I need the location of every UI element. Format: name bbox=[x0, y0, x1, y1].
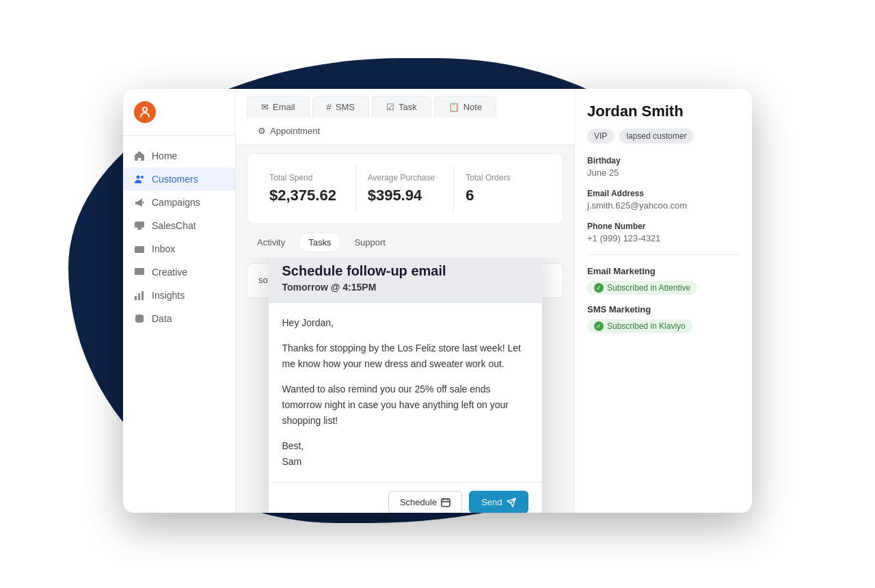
compose-closing: Best, Sam bbox=[282, 438, 528, 470]
tabs-bar: ✉ Email # SMS ☑ Task 📋 Note ⚙ bbox=[236, 89, 574, 145]
timeline-tab-support[interactable]: Support bbox=[344, 232, 396, 252]
sidebar-label-insights: Insights bbox=[152, 290, 185, 301]
sms-marketing-label: SMS Marketing bbox=[587, 304, 740, 315]
home-icon bbox=[134, 150, 145, 161]
avg-purchase-value: $395.94 bbox=[368, 187, 443, 204]
tab-email-label: Email bbox=[273, 102, 295, 112]
tab-task-label: Task bbox=[399, 102, 417, 112]
schedule-button-label: Schedule bbox=[400, 497, 437, 507]
compose-title: Schedule follow-up email bbox=[282, 263, 528, 278]
right-panel: Jordan Smith VIP lapsed customer Birthda… bbox=[574, 89, 752, 513]
svg-point-2 bbox=[141, 176, 144, 178]
svg-rect-10 bbox=[442, 499, 450, 507]
customer-tags-row: VIP lapsed customer bbox=[587, 129, 740, 144]
sidebar-item-inbox[interactable]: Inbox bbox=[123, 237, 235, 260]
tasks-tab-label: Tasks bbox=[308, 237, 331, 248]
sidebar-label-customers: Customers bbox=[152, 174, 198, 185]
tab-note-label: Note bbox=[463, 102, 482, 112]
sidebar-label-saleschat: SalesChat bbox=[152, 220, 196, 231]
birthday-label: Birthday bbox=[587, 156, 740, 165]
timeline-tab-tasks[interactable]: Tasks bbox=[298, 232, 341, 252]
tab-task[interactable]: ☑ Task bbox=[372, 96, 431, 118]
compose-header: Schedule follow-up email Tomorrow @ 4:15… bbox=[269, 258, 542, 302]
email-marketing-badge: Subscribed in Attentive bbox=[587, 281, 697, 295]
total-spend-label: Total Spend bbox=[269, 173, 345, 183]
sidebar-item-campaigns[interactable]: Campaigns bbox=[123, 191, 235, 214]
tab-appointment[interactable]: ⚙ Appointment bbox=[247, 122, 331, 140]
sidebar-item-saleschat[interactable]: SalesChat bbox=[123, 214, 235, 237]
tag-vip: VIP bbox=[587, 129, 614, 144]
sidebar-label-creative: Creative bbox=[152, 267, 187, 278]
birthday-section: Birthday June 25 bbox=[587, 156, 740, 178]
stats-row: Total Spend $2,375.62 Average Purchase $… bbox=[247, 153, 563, 224]
tab-note[interactable]: 📋 Note bbox=[434, 96, 496, 118]
compose-subtitle: Tomorrow @ 4:15PM bbox=[282, 281, 528, 292]
monitor-icon bbox=[134, 267, 145, 278]
send-button[interactable]: Send bbox=[469, 491, 528, 513]
total-orders-value: 6 bbox=[466, 187, 541, 204]
support-tab-label: Support bbox=[354, 237, 386, 248]
svg-rect-4 bbox=[135, 246, 144, 253]
svg-point-0 bbox=[143, 107, 147, 111]
svg-rect-7 bbox=[138, 293, 140, 300]
phone-section: Phone Number +1 (999) 123-4321 bbox=[587, 222, 740, 243]
timeline-tab-activity[interactable]: Activity bbox=[247, 232, 295, 252]
tab-appointment-label: Appointment bbox=[270, 126, 320, 136]
megaphone-icon bbox=[134, 197, 145, 208]
sms-tab-icon: # bbox=[327, 102, 332, 112]
phone-value: +1 (999) 123-4321 bbox=[587, 233, 740, 243]
app-logo bbox=[134, 101, 156, 123]
svg-rect-8 bbox=[142, 291, 144, 300]
stat-total-orders: Total Orders 6 bbox=[455, 165, 552, 213]
sidebar-label-campaigns: Campaigns bbox=[152, 197, 200, 208]
sidebar-item-customers[interactable]: Customers bbox=[123, 168, 235, 191]
phone-label: Phone Number bbox=[587, 222, 740, 231]
tag-lapsed: lapsed customer bbox=[619, 129, 693, 144]
task-tab-icon: ☑ bbox=[386, 102, 394, 112]
sidebar-item-home[interactable]: Home bbox=[123, 144, 235, 168]
compose-greeting: Hey Jordan, bbox=[282, 315, 528, 330]
svg-point-1 bbox=[137, 176, 140, 179]
svg-rect-3 bbox=[135, 222, 144, 228]
database-icon bbox=[134, 313, 145, 324]
compose-para1: Thanks for stopping by the Los Feliz sto… bbox=[282, 340, 528, 371]
stat-total-spend: Total Spend $2,375.62 bbox=[258, 165, 356, 213]
section-divider bbox=[587, 254, 740, 255]
users-icon bbox=[134, 174, 145, 185]
stat-avg-purchase: Average Purchase $395.94 bbox=[357, 165, 455, 213]
email-marketing-label: Email Marketing bbox=[587, 266, 740, 276]
email-tab-icon: ✉ bbox=[261, 102, 269, 112]
main-content: ✉ Email # SMS ☑ Task 📋 Note ⚙ bbox=[236, 89, 574, 513]
email-area: so I just wanted to let you know about o… bbox=[236, 258, 574, 513]
sidebar-item-creative[interactable]: Creative bbox=[123, 260, 235, 284]
compose-body: Hey Jordan, Thanks for stopping by the L… bbox=[269, 302, 542, 482]
tab-sms[interactable]: # SMS bbox=[312, 96, 369, 118]
svg-rect-5 bbox=[135, 268, 144, 275]
email-address-label: Email Address bbox=[587, 189, 740, 198]
sidebar-nav: Home Customers Campaigns bbox=[123, 136, 235, 513]
note-tab-icon: 📋 bbox=[448, 102, 459, 112]
send-icon bbox=[507, 498, 516, 507]
app-container: Home Customers Campaigns bbox=[123, 89, 752, 513]
logo-area bbox=[123, 89, 235, 136]
compose-para2: Wanted to also remind you our 25% off sa… bbox=[282, 382, 528, 429]
sms-marketing-badge: Subscribed in Klaviyo bbox=[587, 319, 692, 333]
compose-footer: Schedule Send bbox=[269, 482, 542, 513]
activity-tab-label: Activity bbox=[257, 237, 285, 248]
sidebar-item-data[interactable]: Data bbox=[123, 307, 235, 330]
total-orders-label: Total Orders bbox=[466, 173, 541, 183]
tab-email[interactable]: ✉ Email bbox=[247, 96, 310, 118]
avg-purchase-label: Average Purchase bbox=[368, 173, 443, 183]
sidebar-label-home: Home bbox=[152, 150, 177, 161]
email-marketing-section: Email Marketing Subscribed in Attentive bbox=[587, 266, 740, 295]
bar-chart-icon bbox=[134, 290, 145, 301]
timeline-tabs: Activity Tasks Support bbox=[236, 232, 574, 258]
tab-sms-label: SMS bbox=[336, 102, 355, 112]
sms-marketing-section: SMS Marketing Subscribed in Klaviyo bbox=[587, 304, 740, 333]
svg-rect-6 bbox=[135, 296, 137, 300]
email-address-value: j.smith.625@yahcoo.com bbox=[587, 200, 740, 211]
logo-icon bbox=[139, 106, 151, 118]
sidebar-item-insights[interactable]: Insights bbox=[123, 284, 235, 307]
tabs-row-primary: ✉ Email # SMS ☑ Task 📋 Note bbox=[247, 89, 563, 118]
schedule-button[interactable]: Schedule bbox=[388, 491, 462, 513]
